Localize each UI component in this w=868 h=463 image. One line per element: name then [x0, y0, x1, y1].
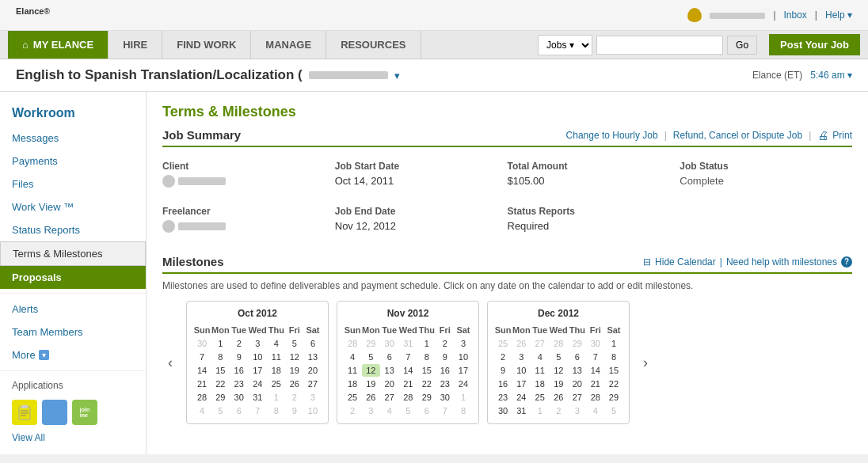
- cal-day[interactable]: 22: [418, 378, 436, 390]
- change-hourly-link[interactable]: Change to Hourly Job: [566, 130, 658, 141]
- cal-day[interactable]: 6: [569, 351, 586, 363]
- cal-day[interactable]: 9: [286, 404, 303, 417]
- cal-day[interactable]: 4: [268, 337, 285, 350]
- refund-cancel-link[interactable]: Refund, Cancel or Dispute Job: [673, 130, 802, 141]
- help-link[interactable]: Help ▾: [825, 9, 852, 21]
- inbox-link[interactable]: Inbox: [784, 9, 807, 21]
- cal-day[interactable]: 27: [304, 378, 322, 390]
- print-link[interactable]: Print: [832, 130, 852, 141]
- cal-day[interactable]: 8: [211, 351, 230, 363]
- cal-day[interactable]: 2: [286, 391, 303, 404]
- cal-day[interactable]: 21: [193, 378, 211, 390]
- prev-month-button[interactable]: ‹: [162, 347, 178, 378]
- cal-day[interactable]: 30: [587, 337, 604, 350]
- cal-day[interactable]: 6: [418, 404, 436, 417]
- cal-day[interactable]: 17: [455, 364, 472, 377]
- cal-day[interactable]: 5: [550, 351, 568, 363]
- sidebar-item-more[interactable]: More ▾: [0, 343, 146, 366]
- cal-day[interactable]: 11: [531, 364, 549, 377]
- cal-day[interactable]: 4: [193, 404, 211, 417]
- cal-day[interactable]: 31: [399, 337, 417, 350]
- cal-day[interactable]: 2: [550, 404, 568, 417]
- post-job-button[interactable]: Post Your Job: [769, 34, 860, 55]
- sidebar-item-team-members[interactable]: Team Members: [0, 321, 146, 343]
- cal-day[interactable]: 7: [399, 351, 417, 363]
- dropdown-trigger[interactable]: ▾: [394, 70, 400, 82]
- sidebar-item-payments[interactable]: Payments: [0, 150, 146, 173]
- cal-day[interactable]: 5: [362, 351, 380, 363]
- cal-day[interactable]: 11: [344, 364, 361, 377]
- cal-day[interactable]: 2: [230, 337, 248, 350]
- cal-day[interactable]: 25: [494, 337, 512, 350]
- cal-day[interactable]: 2: [436, 337, 454, 350]
- cal-day[interactable]: 31: [512, 404, 531, 417]
- cal-day[interactable]: 15: [605, 364, 622, 377]
- cal-day[interactable]: 28: [587, 391, 604, 404]
- cal-day[interactable]: 13: [304, 351, 322, 363]
- nav-hire[interactable]: HIRE: [108, 31, 162, 59]
- cal-day[interactable]: 8: [268, 404, 285, 417]
- cal-day[interactable]: 1: [268, 391, 285, 404]
- time-link[interactable]: 5:46 am ▾: [810, 70, 852, 81]
- cal-day[interactable]: 14: [587, 364, 604, 377]
- cal-day[interactable]: 7: [436, 404, 454, 417]
- cal-day[interactable]: 3: [362, 404, 380, 417]
- cal-day[interactable]: 1: [605, 337, 622, 350]
- app-icon-chat[interactable]: [42, 400, 67, 425]
- cal-day[interactable]: 18: [268, 364, 285, 377]
- cal-day[interactable]: 29: [211, 391, 230, 404]
- cal-day[interactable]: 25: [344, 391, 361, 404]
- cal-day[interactable]: 21: [587, 378, 604, 390]
- cal-day[interactable]: 2: [344, 404, 361, 417]
- cal-day[interactable]: 30: [494, 404, 512, 417]
- cal-day[interactable]: 26: [550, 391, 568, 404]
- cal-day[interactable]: 27: [531, 337, 549, 350]
- cal-day[interactable]: 14: [193, 364, 211, 377]
- cal-day[interactable]: 28: [344, 337, 361, 350]
- sidebar-item-messages[interactable]: Messages: [0, 127, 146, 150]
- sidebar-item-proposals[interactable]: Proposals: [0, 266, 146, 289]
- sidebar-item-workview[interactable]: Work View ™: [0, 195, 146, 218]
- cal-day[interactable]: 6: [381, 351, 398, 363]
- cal-day[interactable]: 3: [304, 391, 322, 404]
- cal-day[interactable]: 19: [286, 364, 303, 377]
- search-category-select[interactable]: Jobs ▾: [538, 35, 592, 55]
- cal-day[interactable]: 30: [230, 391, 248, 404]
- cal-day[interactable]: 8: [418, 351, 436, 363]
- nav-find-work[interactable]: FIND WORK: [162, 31, 251, 59]
- cal-day[interactable]: 27: [381, 391, 398, 404]
- cal-day[interactable]: 17: [512, 378, 531, 390]
- cal-day[interactable]: 8: [605, 351, 622, 363]
- cal-day[interactable]: 1: [531, 404, 549, 417]
- cal-day[interactable]: 5: [399, 404, 417, 417]
- cal-day[interactable]: 3: [512, 351, 531, 363]
- cal-day[interactable]: 23: [494, 391, 512, 404]
- cal-day[interactable]: 26: [286, 378, 303, 390]
- cal-day[interactable]: 29: [569, 337, 586, 350]
- help-icon[interactable]: ?: [841, 256, 852, 268]
- cal-day[interactable]: 29: [362, 337, 380, 350]
- cal-day[interactable]: 22: [605, 378, 622, 390]
- cal-day[interactable]: 9: [494, 364, 512, 377]
- cal-day[interactable]: 4: [587, 404, 604, 417]
- cal-day[interactable]: 30: [436, 391, 454, 404]
- cal-day[interactable]: 10: [304, 404, 322, 417]
- cal-day[interactable]: 16: [494, 378, 512, 390]
- cal-day[interactable]: 7: [193, 351, 211, 363]
- cal-day[interactable]: 11: [268, 351, 285, 363]
- cal-day[interactable]: 25: [268, 378, 285, 390]
- cal-day[interactable]: 24: [455, 378, 472, 390]
- cal-day[interactable]: 15: [418, 364, 436, 377]
- app-icon-joinme[interactable]: joinme: [72, 400, 97, 425]
- cal-day[interactable]: 23: [436, 378, 454, 390]
- cal-day[interactable]: 26: [512, 337, 531, 350]
- cal-day[interactable]: 24: [512, 391, 531, 404]
- nav-home[interactable]: ⌂ MY ELANCE: [8, 31, 108, 59]
- cal-day[interactable]: 4: [344, 351, 361, 363]
- cal-day[interactable]: 23: [230, 378, 248, 390]
- cal-day[interactable]: 14: [399, 364, 417, 377]
- cal-day[interactable]: 27: [569, 391, 586, 404]
- cal-day[interactable]: 16: [230, 364, 248, 377]
- cal-day[interactable]: 7: [587, 351, 604, 363]
- cal-day[interactable]: 28: [193, 391, 211, 404]
